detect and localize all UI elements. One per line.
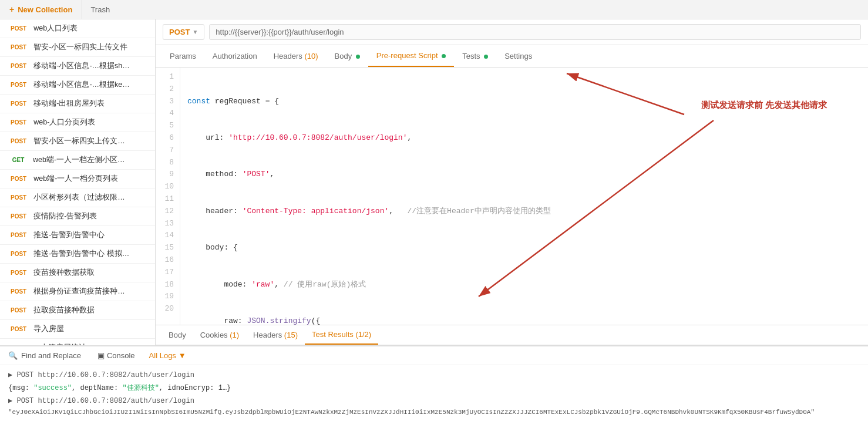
item-label: web端-一人一档分页列表 <box>33 174 149 184</box>
sidebar-item[interactable]: POST疫苗接种数据获取 <box>0 264 155 282</box>
top-bar: + New Collection Trash <box>0 0 868 19</box>
console-line-2: {msg: "success", deptName: "佳源科技", idnoE… <box>8 381 860 395</box>
sidebar-item[interactable]: POST推送-告警到告警中心 <box>0 226 155 245</box>
item-label: web端-一人一档左侧小区… <box>33 155 149 165</box>
method-badge: GET <box>8 156 28 164</box>
sidebar-item[interactable]: POST智安小区一标四实上传文… <box>0 132 155 151</box>
sidebar-item[interactable]: POST小区树形列表（过滤权限… <box>0 188 155 207</box>
sidebar-item[interactable]: POST根据身份证查询疫苗接种… <box>0 282 155 301</box>
sidebar-item[interactable]: POST移动端-出租房屋列表 <box>0 95 155 113</box>
item-label: 推送-告警到告警中心 <box>33 230 149 240</box>
tab-body[interactable]: Body <box>327 46 368 66</box>
tab-test-results[interactable]: Test Results (1/2) <box>305 325 378 345</box>
request-tabs: Params Authorization Headers (10) Body P… <box>156 45 868 68</box>
console-tab[interactable]: ▣ Console <box>89 346 143 365</box>
sidebar-item[interactable]: POST移动端-小区信息-…根据ke… <box>0 76 155 95</box>
method-badge: POST <box>8 325 29 333</box>
sidebar-item[interactable]: POST移动端-小区信息-…根据sh… <box>0 57 155 76</box>
console-line-1: ▶ POST http://10.60.0.7:8082/auth/user/l… <box>8 369 860 381</box>
tab-headers[interactable]: Headers (10) <box>265 46 327 66</box>
method-badge: POST <box>8 137 29 145</box>
right-panel: POST ▼ Params Authorization Headers (10)… <box>156 19 868 345</box>
main-layout: POSTweb人口列表POST智安-小区一标四实上传文件POST移动端-小区信息… <box>0 19 868 345</box>
method-badge: POST <box>8 100 29 107</box>
sidebar-item[interactable]: POSTweb人口列表 <box>0 19 155 38</box>
sidebar-item[interactable]: GETweb端-一人一档左侧小区… <box>0 151 155 170</box>
method-badge: POST <box>8 194 29 201</box>
chevron-down-icon: ▼ <box>192 29 198 35</box>
item-label: 移动端-出租房屋列表 <box>33 99 149 109</box>
sidebar-item[interactable]: POST导入房屋 <box>0 320 155 339</box>
trash-label: Trash <box>90 5 110 14</box>
method-badge: POST <box>8 288 29 295</box>
url-bar: POST ▼ <box>156 19 868 45</box>
code-editor-area: 1 2 3 4 5 6 7 8 9 10 11 12 13 14 15 16 1 <box>156 68 868 325</box>
sidebar-item[interactable]: GET…上管房屋统计 <box>0 339 155 345</box>
tab-authorization[interactable]: Authorization <box>204 46 265 66</box>
item-label: 推送-告警到告警中心 模拟… <box>33 249 149 259</box>
console-label: Console <box>107 351 135 360</box>
method-badge: POST <box>8 62 29 70</box>
console-icon: ▣ <box>97 351 105 360</box>
method-label: POST <box>169 28 190 36</box>
response-tabs: Body Cookies (1) Headers (15) Test Resul… <box>156 325 868 345</box>
method-select[interactable]: POST ▼ <box>163 24 204 40</box>
sidebar-item[interactable]: POST拉取疫苗接种数据 <box>0 301 155 320</box>
find-replace-button[interactable]: 🔍 Find and Replace <box>0 346 89 365</box>
tab-params[interactable]: Params <box>162 46 204 66</box>
sidebar-item[interactable]: POST推送-告警到告警中心 模拟… <box>0 245 155 264</box>
item-label: web-人口分页列表 <box>33 117 149 127</box>
new-collection-label: New Collection <box>18 5 72 14</box>
item-label: 疫苗接种数据获取 <box>33 268 149 278</box>
item-label: 疫情防控-告警列表 <box>33 211 149 221</box>
item-label: web人口列表 <box>33 23 149 33</box>
trash-button[interactable]: Trash <box>82 0 118 19</box>
item-label: 移动端-小区信息-…根据ke… <box>33 80 149 90</box>
item-label: 导入房屋 <box>33 324 149 334</box>
new-collection-button[interactable]: + New Collection <box>0 0 82 19</box>
bottom-section: 🔍 Find and Replace ▣ Console All Logs ▼ … <box>0 345 868 421</box>
tab-cookies[interactable]: Cookies (1) <box>193 326 246 344</box>
console-output: ▶ POST http://10.60.0.7:8082/auth/user/l… <box>0 365 868 421</box>
item-label: 移动端-小区信息-…根据sh… <box>33 61 149 71</box>
chevron-down-icon: ▼ <box>179 351 186 360</box>
method-badge: POST <box>8 250 29 258</box>
sidebar-item[interactable]: POST疫情防控-告警列表 <box>0 207 155 226</box>
method-badge: POST <box>8 25 29 32</box>
search-icon: 🔍 <box>8 351 18 360</box>
annotation-text: 测试发送请求前 先发送其他请求 <box>701 100 827 111</box>
item-label: 小区树形列表（过滤权限… <box>33 193 149 203</box>
console-line-3: ▶ POST http://10.60.0.7:8082/auth/user/l… <box>8 395 860 407</box>
item-label: 智安-小区一标四实上传文件 <box>33 42 149 52</box>
all-logs-button[interactable]: All Logs ▼ <box>143 346 192 365</box>
plus-icon: + <box>9 5 14 14</box>
method-badge: POST <box>8 307 29 314</box>
method-badge: POST <box>8 119 29 126</box>
sidebar: POSTweb人口列表POST智安-小区一标四实上传文件POST移动端-小区信息… <box>0 19 156 345</box>
tab-settings[interactable]: Settings <box>496 46 540 66</box>
line-numbers: 1 2 3 4 5 6 7 8 9 10 11 12 13 14 15 16 1 <box>156 68 180 325</box>
find-replace-label: Find and Replace <box>21 351 81 360</box>
method-badge: POST <box>8 43 29 51</box>
method-badge: POST <box>8 269 29 277</box>
tab-headers-response[interactable]: Headers (15) <box>246 326 305 344</box>
console-bar: 🔍 Find and Replace ▣ Console All Logs ▼ <box>0 346 868 365</box>
sidebar-item[interactable]: POSTweb-人口分页列表 <box>0 113 155 132</box>
item-label: 根据身份证查询疫苗接种… <box>33 287 149 297</box>
tab-body-response[interactable]: Body <box>162 326 193 344</box>
all-logs-label: All Logs <box>149 351 176 360</box>
console-token-line: "eyJ0eXAiOiJKV1QiLCJhbGciOiJIUzI1NiIsInN… <box>8 407 860 417</box>
sidebar-item[interactable]: POST智安-小区一标四实上传文件 <box>0 38 155 57</box>
tab-tests[interactable]: Tests <box>454 46 496 66</box>
method-badge: POST <box>8 175 29 183</box>
method-badge: POST <box>8 81 29 89</box>
method-badge: POST <box>8 213 29 220</box>
method-badge: POST <box>8 231 29 239</box>
item-label: 智安小区一标四实上传文… <box>33 136 149 146</box>
tab-pre-request-script[interactable]: Pre-request Script <box>368 45 454 67</box>
sidebar-item[interactable]: POSTweb端-一人一档分页列表 <box>0 170 155 188</box>
item-label: 拉取疫苗接种数据 <box>33 305 149 315</box>
url-input[interactable] <box>209 24 861 40</box>
